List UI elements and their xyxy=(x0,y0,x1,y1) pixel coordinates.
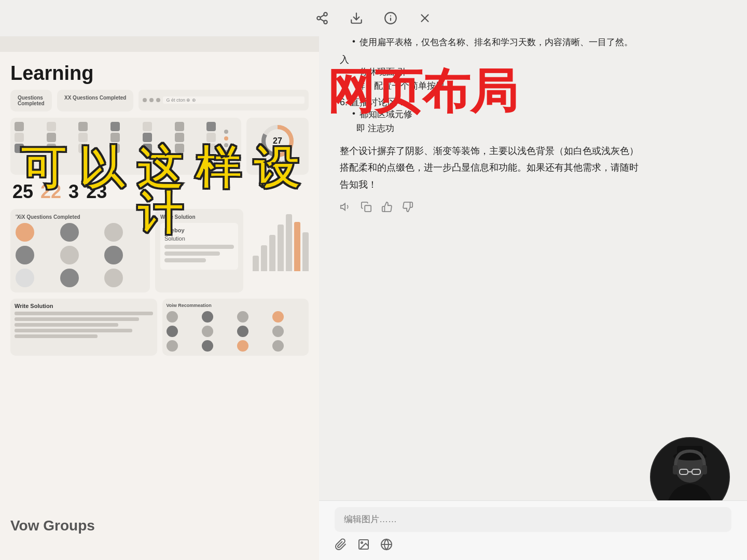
svg-marker-15 xyxy=(341,204,345,211)
ws-line-c xyxy=(15,323,118,327)
main-paragraph: 整个设计摒弃了阴影、渐变等装饰，主要以浅色背景（如白色或浅灰色）搭配柔和的点缀色… xyxy=(340,143,641,193)
speaker-icon[interactable] xyxy=(340,201,351,215)
svg-point-27 xyxy=(361,542,363,543)
section-entry: 入 xyxy=(340,53,726,66)
learning-ui: Learning QuestionsCompleted XX Questions… xyxy=(0,52,319,560)
learning-title: Learning xyxy=(10,62,309,85)
dot-5 xyxy=(167,326,178,337)
cal-cell xyxy=(175,133,184,142)
input-toolbar xyxy=(335,538,731,554)
ws-line-1 xyxy=(164,245,234,249)
svg-rect-25 xyxy=(702,465,707,474)
ws-line-d xyxy=(15,329,132,332)
bar-7 xyxy=(302,232,309,271)
red-title: 网页布局 xyxy=(327,67,518,115)
svg-line-3 xyxy=(320,19,324,21)
cal-cell xyxy=(175,122,184,131)
cal-cell xyxy=(143,122,152,131)
circle-7 xyxy=(16,269,34,287)
ws-line-2 xyxy=(164,251,220,256)
action-icons-row xyxy=(340,201,726,215)
dot-1 xyxy=(167,311,178,323)
circle-4 xyxy=(16,246,34,264)
input-area xyxy=(319,500,747,560)
bar-3 xyxy=(269,235,275,271)
voiw-widget: Voiw Recommeation xyxy=(162,299,309,356)
download-icon[interactable] xyxy=(347,9,366,27)
svg-rect-16 xyxy=(365,205,371,212)
stat-card-2: XX Questions Completed xyxy=(57,90,133,111)
dot-4 xyxy=(272,311,284,323)
cal-cell xyxy=(110,133,120,142)
ws-line-a xyxy=(15,312,153,315)
ws-lines xyxy=(15,312,153,338)
cal-cell xyxy=(206,133,216,142)
bar-2 xyxy=(261,245,267,271)
dot-12 xyxy=(272,340,284,352)
cal-cell xyxy=(15,133,24,142)
share-icon[interactable] xyxy=(313,9,331,27)
sdot-1 xyxy=(224,130,228,134)
ws-bottom: Write Solution xyxy=(10,299,157,356)
info-icon[interactable] xyxy=(381,9,400,27)
overlay-chinese-line1: 可 以 这 样 设 计 xyxy=(0,145,319,236)
bullet-1-text: 使用扁平表格，仅包含名称、排名和学习天数，内容清晰、一目了然。 xyxy=(359,36,633,48)
dot-7 xyxy=(237,326,248,337)
left-panel: Learning QuestionsCompleted XX Questions… xyxy=(0,36,319,560)
ws-line-3 xyxy=(164,258,206,262)
bottom-row: Write Solution Voiw Recommeation xyxy=(10,299,309,356)
input-field[interactable] xyxy=(335,507,731,532)
dot-10 xyxy=(202,340,213,352)
attach-icon[interactable] xyxy=(335,538,347,554)
section-entry-label: 入 xyxy=(340,54,349,65)
dot-6 xyxy=(202,326,213,337)
sdot-2 xyxy=(224,136,228,141)
cal-cell xyxy=(47,122,56,131)
cal-cell xyxy=(110,122,120,131)
dots-grid xyxy=(167,311,305,352)
cal-cell xyxy=(15,122,24,131)
top-toolbar xyxy=(0,0,747,36)
dot-8 xyxy=(272,326,284,337)
copy-icon[interactable] xyxy=(361,201,372,215)
svg-rect-24 xyxy=(673,465,678,474)
bullet-1: • 使用扁平表格，仅包含名称、排名和学习天数，内容清晰、一目了然。 xyxy=(352,36,726,48)
dot-9 xyxy=(167,340,178,352)
stat-card-1: QuestionsCompleted xyxy=(10,90,52,111)
ws-line-e xyxy=(15,334,98,338)
globe-icon[interactable] xyxy=(380,538,393,554)
thumbdown-icon[interactable] xyxy=(402,201,413,215)
svg-line-4 xyxy=(320,15,324,17)
browser-bar: G ét cton ⊕ ⊛ xyxy=(139,90,309,110)
stat-cards-row: QuestionsCompleted XX Questions Complete… xyxy=(10,90,309,111)
dot-2 xyxy=(202,311,213,323)
ws-bottom-label: Write Solution xyxy=(15,303,153,309)
circle-6 xyxy=(104,246,123,264)
browser-url: G ét cton ⊕ ⊛ xyxy=(163,96,305,104)
browser-dot-1 xyxy=(143,98,147,102)
circle-5 xyxy=(60,246,79,264)
stat-card-1-label: QuestionsCompleted xyxy=(18,95,45,106)
cal-cell xyxy=(143,133,152,142)
browser-dot-2 xyxy=(149,98,154,102)
close-icon[interactable] xyxy=(416,9,434,27)
browser-dot-3 xyxy=(156,98,160,102)
dot-3 xyxy=(237,311,248,323)
ws-line-b xyxy=(15,317,139,321)
dot-11 xyxy=(237,340,248,352)
bar-1 xyxy=(253,256,259,271)
circle-8 xyxy=(60,269,79,287)
vow-groups-text: Vow Groups xyxy=(10,517,95,534)
cal-cell xyxy=(78,133,88,142)
stat-card-2-label: XX Questions Completed xyxy=(64,95,126,101)
bullet-5-text: 即 注志功 xyxy=(356,122,394,134)
bullet-5: 即 注志功 xyxy=(352,122,726,134)
circle-9 xyxy=(104,269,123,287)
thumbup-icon[interactable] xyxy=(381,201,393,215)
gallery-icon[interactable] xyxy=(357,538,370,554)
cal-cell xyxy=(206,122,216,131)
cal-cell xyxy=(78,122,88,131)
voiw-label: Voiw Recommeation xyxy=(167,303,305,308)
cal-cell xyxy=(47,133,56,142)
